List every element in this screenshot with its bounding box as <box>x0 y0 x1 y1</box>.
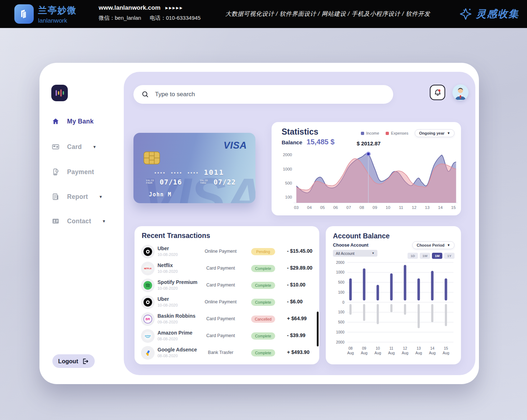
balance-bar-positive <box>404 265 406 300</box>
logout-button[interactable]: Logout <box>52 354 95 368</box>
y-tick-label: 100 <box>338 310 344 314</box>
period-button-1d[interactable]: 1D <box>408 253 418 259</box>
transaction-row[interactable]: Spotify Premium 10-08-2020 Card Payment … <box>135 277 319 294</box>
period-button-1y[interactable]: 1Y <box>444 253 455 259</box>
chevron-down-icon: ▼ <box>372 252 375 255</box>
sidebar-item-label: My Bank <box>67 118 94 125</box>
legend-expenses-label: Expenses <box>391 131 408 135</box>
x-tick-label: Aug <box>361 351 368 355</box>
x-tick-label: Aug <box>402 351 409 355</box>
services-list: 大数据可视化设计 / 软件界面设计 / 网站建设 / 手机及小程序设计 / 软件… <box>225 10 441 18</box>
valid-from-date: 07/16 <box>160 178 182 186</box>
transaction-amount: + $64.99 <box>287 316 307 321</box>
lanlanwork-logo <box>14 4 34 24</box>
equalizer-icon <box>51 85 68 101</box>
merchant-name: Amazon Prime <box>157 330 192 336</box>
x-tick-label: 11 <box>390 346 394 350</box>
payment-method: Card Payment <box>198 316 243 321</box>
x-tick-label: 08 <box>348 346 353 350</box>
account-select[interactable]: All Account ▼ <box>333 250 377 257</box>
transaction-row[interactable]: NETFLIX Netflix 10-08-2020 Card Payment … <box>135 260 319 277</box>
account-select-value: All Account <box>336 251 354 256</box>
app-logo <box>51 85 68 101</box>
transaction-row[interactable]: Google Adsence 08-08-2020 Bank Trasfer C… <box>135 345 319 361</box>
transaction-date: 09-08-2020 <box>157 320 178 324</box>
sidebar-item-label: Card <box>67 143 82 151</box>
period-button-1m[interactable]: 1M <box>432 253 442 259</box>
bank-card[interactable]: VISA VISA ★★★★ ★★★★ ★★★★ 1011 VALID FROM… <box>133 133 255 203</box>
balance-label: Balance <box>282 139 302 145</box>
choose-period-dropdown[interactable]: Choose Period ▼ <box>412 241 455 249</box>
account-balance-title: Account Balance <box>333 232 390 240</box>
netflix-icon: NETFLIX <box>143 264 152 273</box>
status-badge: Complete <box>251 349 275 356</box>
credit-card-icon <box>51 143 60 151</box>
sidebar-item-label: Payment <box>67 168 94 176</box>
status-badge: Complete <box>251 282 275 289</box>
merchant-logo: BR <box>141 312 155 326</box>
x-tick-label: 10 <box>386 205 390 210</box>
sidebar-item-my-bank[interactable]: My Bank <box>51 116 94 126</box>
sidebar-item-payment[interactable]: $ Payment <box>51 167 94 177</box>
transaction-row[interactable]: Uber 10-08-2020 Online Payment Pending -… <box>135 243 319 260</box>
card-validity: VALID FROM 07/16 VALID THRU 07/22 <box>146 178 236 186</box>
y-tick-label: 500 <box>338 320 344 324</box>
x-tick-label: 15 <box>451 205 456 210</box>
wechat-id: 微信：ben_lanlan <box>99 15 141 22</box>
search-icon <box>141 90 149 98</box>
balance-bar-negative <box>377 304 379 324</box>
payment-method: Card Payment <box>198 283 243 288</box>
y-tick-label: 2000 <box>336 340 345 344</box>
merchant-logo: NETFLIX <box>141 262 155 275</box>
x-tick-label: 12 <box>403 346 407 350</box>
ongoing-year-label: Ongoing year <box>419 131 444 135</box>
merchant-logo <box>141 346 155 360</box>
period-button-1w[interactable]: 1W <box>420 253 430 259</box>
star-icon <box>458 6 473 22</box>
balance-value: 15,485 $ <box>307 138 335 146</box>
user-avatar[interactable] <box>452 84 469 101</box>
y-tick-label: 100 <box>285 195 292 199</box>
notifications-button[interactable] <box>430 85 445 100</box>
svg-text:prime: prime <box>145 335 151 337</box>
spotify-icon <box>143 281 152 290</box>
payment-method: Online Payment <box>198 299 243 304</box>
sidebar-item-report[interactable]: Report ▼ <box>51 192 103 202</box>
status-badge: Complete <box>251 332 275 340</box>
baskin-robbins-icon: BR <box>143 314 152 324</box>
transactions-list: Uber 10-08-2020 Online Payment Pending -… <box>135 243 319 361</box>
sidebar-item-contact[interactable]: Contact ▼ <box>51 216 106 226</box>
status-badge: Complete <box>251 265 275 272</box>
y-tick-label: 500 <box>285 181 292 185</box>
transaction-date: 08-08-2020 <box>157 337 178 341</box>
ongoing-year-dropdown[interactable]: Ongoing year ▼ <box>415 129 455 137</box>
topbar: 兰亭妙微 lanlanwork www.lanlanwork.com ▶▶▶▶▶… <box>0 0 527 28</box>
chevron-down-icon[interactable]: ▼ <box>99 195 103 199</box>
uber-icon <box>143 247 152 256</box>
valid-thru-date: 07/22 <box>213 178 236 186</box>
merchant-name: Netflix <box>157 262 173 268</box>
status-badge: Complete <box>251 299 275 306</box>
account-balance-panel: Account Balance Choose Account All Accou… <box>326 226 461 364</box>
balance-bar-negative <box>404 304 406 315</box>
balance-bar-negative <box>431 304 433 322</box>
transaction-date: 10-08-2020 <box>157 252 178 257</box>
svg-text:BR: BR <box>146 317 150 321</box>
scrollbar[interactable] <box>317 312 319 346</box>
transaction-date: 10-08-2020 <box>157 303 178 307</box>
x-tick-label: Aug <box>443 351 450 355</box>
marker-dot <box>367 152 370 156</box>
balance-bar-positive <box>418 278 420 300</box>
inspiration-logo: 灵感收集 <box>458 6 519 22</box>
sidebar-item-card[interactable]: Card ▼ <box>51 142 97 152</box>
period-buttons: 1D 1W 1M 1Y <box>408 253 455 259</box>
transaction-row[interactable]: Uber 10-08-2020 Online Payment Complete … <box>135 294 319 311</box>
transaction-row[interactable]: BR Baskin Robbins 09-08-2020 Card Paymen… <box>135 311 319 328</box>
transaction-row[interactable]: prime Amazon Prime 08-08-2020 Card Payme… <box>135 328 319 345</box>
search-input[interactable] <box>154 90 371 98</box>
valid-thru-label: VALID THRU <box>200 179 210 185</box>
chevron-down-icon[interactable]: ▼ <box>102 219 106 223</box>
svg-text:NETFLIX: NETFLIX <box>144 267 152 270</box>
contact-block: www.lanlanwork.com ▶▶▶▶▶ 微信：ben_lanlan 电… <box>99 4 201 22</box>
chevron-down-icon[interactable]: ▼ <box>93 145 97 149</box>
